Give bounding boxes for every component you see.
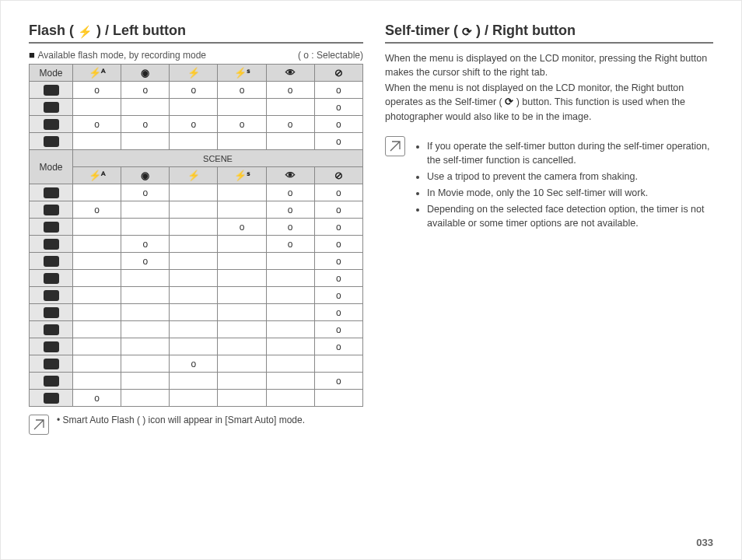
table-cell	[73, 321, 121, 338]
table-row: o	[30, 321, 363, 338]
table-cell	[73, 236, 121, 253]
table-cell	[121, 287, 170, 304]
flash-off-icon: ⊘	[334, 67, 343, 79]
scene-subheader-row: ⚡ᴬ ◉ ⚡ ⚡ˢ 👁 ⊘	[30, 167, 363, 184]
mode-chip-icon	[44, 239, 59, 250]
mode-header-scene: Mode	[30, 150, 73, 184]
table-cell: o	[314, 184, 362, 201]
table-cell: o	[121, 116, 170, 133]
flash-off-icon: ⊘	[334, 170, 343, 181]
mode-chip-icon	[44, 376, 59, 387]
mode-row-icon	[30, 201, 73, 219]
table-cell	[266, 99, 314, 116]
mode-chip-icon	[44, 341, 59, 352]
table-cell	[314, 355, 362, 373]
table-cell	[218, 287, 266, 304]
mode-chip-icon	[44, 205, 59, 215]
table-cell	[73, 219, 121, 236]
list-item: If you operate the self-timer button dur…	[427, 139, 713, 169]
table-cell	[218, 184, 266, 201]
flash-icon: ⚡	[187, 67, 200, 79]
table-row: o	[30, 270, 363, 287]
table-cell	[73, 253, 121, 270]
timer-icon: ⟳	[462, 25, 472, 38]
scene-header: SCENE	[73, 150, 363, 167]
table-cell: o	[266, 201, 314, 219]
mode-chip-icon	[44, 393, 59, 404]
table-cell	[218, 355, 266, 373]
mode-row-icon	[30, 236, 73, 253]
table-cell: o	[314, 236, 362, 253]
mode-chip-icon	[44, 187, 59, 198]
eye-icon: ◉	[141, 170, 149, 181]
body-paragraph-2: When the menu is not displayed on the LC…	[385, 81, 713, 123]
selftimer-note: If you operate the self-timer button dur…	[385, 136, 713, 233]
body-paragraph-1: When the menu is displayed on the LCD mo…	[385, 51, 713, 79]
table-cell	[218, 270, 266, 287]
flash-title-suffix: ) / Left button	[93, 23, 186, 38]
table-cell: o	[314, 201, 362, 219]
mode-row-icon	[30, 219, 73, 236]
mode-chip-icon	[44, 85, 59, 96]
table-row: o	[30, 304, 363, 321]
mode-chip-icon	[44, 119, 59, 130]
table-row: ooo	[30, 184, 363, 201]
table-cell	[121, 133, 170, 150]
page-number: 033	[696, 537, 713, 548]
table-cell	[170, 201, 218, 219]
table-cell	[73, 304, 121, 321]
table-row: oooooo	[30, 116, 363, 133]
table-cell: o	[218, 116, 266, 133]
table-cell: o	[170, 355, 218, 373]
table-cell	[170, 304, 218, 321]
table-cell	[170, 236, 218, 253]
flash-icon: ⚡	[78, 25, 93, 38]
table-row: o	[30, 373, 363, 390]
table-cell	[266, 373, 314, 390]
table-cell: o	[218, 82, 266, 99]
table-cell: o	[218, 219, 266, 236]
col-flash-off: ⊘	[314, 65, 362, 82]
selftimer-section: Self-timer ( ⟳ ) / Right button When the…	[385, 18, 713, 435]
table-row: o	[30, 338, 363, 355]
selftimer-title: Self-timer ( ⟳ ) / Right button	[385, 23, 713, 44]
flash-slow-icon: ⚡ˢ	[234, 170, 250, 181]
table-cell	[170, 99, 218, 116]
note-text: Smart Auto Flash ( ) icon will appear in…	[63, 415, 305, 425]
table-row: ooo	[30, 201, 363, 219]
table-cell: o	[266, 82, 314, 99]
selftimer-title-suffix: ) / Right button	[472, 23, 576, 38]
legend-left: Available flash mode, by recording mode	[37, 50, 206, 61]
table-cell: o	[266, 116, 314, 133]
col-redeye-fix: 👁	[266, 65, 314, 82]
flash-section: Flash ( ⚡ ) / Left button ■ Available fl…	[29, 18, 363, 435]
table-row: o	[30, 355, 363, 373]
table-cell: o	[314, 321, 362, 338]
table-cell	[121, 321, 170, 338]
mode-chip-icon	[44, 307, 59, 318]
col-redeye: ◉	[121, 65, 170, 82]
mode-row-icon	[30, 338, 73, 355]
table-cell	[121, 373, 170, 390]
table-cell	[218, 201, 266, 219]
table-cell	[121, 338, 170, 355]
table-cell: o	[73, 201, 121, 219]
table-cell	[121, 270, 170, 287]
table-cell: o	[73, 116, 121, 133]
mode-chip-icon	[44, 136, 59, 147]
list-item: Depending on the selected face detection…	[427, 202, 713, 232]
flash-title-prefix: Flash (	[29, 23, 78, 38]
table-cell: o	[314, 338, 362, 355]
table-cell	[170, 184, 218, 201]
mode-row-icon	[30, 253, 73, 270]
table-cell	[218, 253, 266, 270]
mode-row-icon	[30, 373, 73, 390]
note-icon	[29, 415, 49, 435]
table-cell: o	[73, 390, 121, 407]
table-cell	[73, 373, 121, 390]
table-cell	[266, 321, 314, 338]
table-cell: o	[73, 82, 121, 99]
mode-chip-icon	[44, 102, 59, 113]
list-item: Use a tripod to prevent the camera from …	[427, 170, 713, 184]
table-cell	[218, 373, 266, 390]
